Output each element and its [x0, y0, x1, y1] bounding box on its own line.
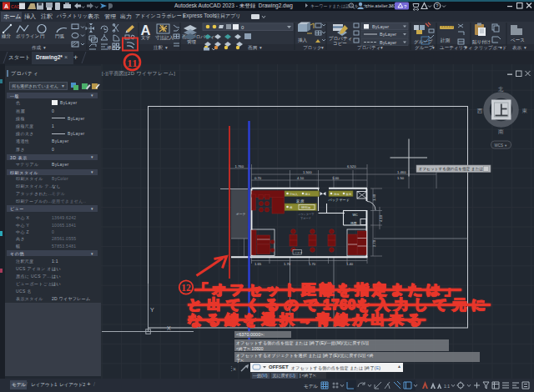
svg-text:Autodesk AutoCAD 2023 - 未登録 D: Autodesk AutoCAD 2023 - 未登録 Drawing2.dwg [174, 3, 293, 9]
svg-text:?: ? [436, 3, 439, 8]
svg-text:1.50: 1.50 [397, 176, 405, 180]
svg-text:作成: 作成 [32, 45, 42, 50]
svg-text:計測: 計測 [441, 38, 451, 43]
svg-text:▾: ▾ [465, 45, 467, 50]
svg-text:バックヤード: バックヤード [328, 198, 350, 202]
svg-text:北: 北 [498, 86, 504, 93]
svg-text:[-][平面図][2D ワイヤフレーム]: [-][平面図][2D ワイヤフレーム] [102, 70, 175, 77]
svg-text:モデル: モデル [304, 384, 318, 389]
svg-text:▾: ▾ [432, 45, 435, 50]
svg-text:洗面: 洗面 [350, 221, 357, 225]
svg-text:客席: 客席 [296, 199, 305, 204]
svg-text:1.40: 1.40 [372, 193, 376, 201]
svg-text:ByLayer: ByLayer [372, 24, 389, 29]
svg-text:0.70: 0.70 [254, 176, 262, 180]
svg-text:2.70: 2.70 [372, 239, 376, 247]
svg-text:A: A [4, 3, 8, 9]
svg-text:1.70: 1.70 [284, 262, 291, 266]
svg-text:▾: ▾ [321, 45, 324, 50]
svg-text:▾: ▾ [500, 45, 502, 50]
svg-text:コピー: コピー [333, 41, 347, 46]
svg-text:画層: 画層 [248, 45, 258, 50]
svg-text:西: 西 [476, 108, 483, 113]
svg-text:A: A [141, 23, 151, 38]
svg-text:ユーティリティ: ユーティリティ [440, 45, 472, 50]
svg-text:注釈: 注釈 [154, 45, 164, 50]
svg-text:ブロック: ブロック [303, 45, 322, 50]
svg-text:東: 東 [522, 108, 528, 113]
svg-text:1.760: 1.760 [235, 164, 244, 168]
svg-text:chie.atelier.2022: chie.atelier.2022 [365, 3, 399, 8]
svg-text:4.10: 4.10 [379, 214, 383, 222]
svg-text:円: 円 [40, 33, 45, 38]
svg-text:寸法記入: 寸法記入 [155, 35, 174, 41]
svg-text:1.70: 1.70 [309, 262, 316, 266]
svg-text:ByLayer: ByLayer [380, 40, 396, 45]
svg-text:6.520: 6.520 [347, 164, 356, 168]
svg-text:ポリライン: ポリライン [16, 33, 40, 38]
svg-text:1.460: 1.460 [397, 170, 406, 174]
svg-text:ポーチ: ポーチ [235, 213, 246, 216]
svg-text:1.65: 1.65 [254, 262, 262, 266]
svg-text:グループ: グループ [414, 39, 433, 44]
svg-text:▾: ▾ [259, 45, 262, 50]
svg-text:カウンター下: カウンター下 [298, 213, 315, 216]
svg-text:Y: Y [150, 307, 154, 313]
svg-text:棚: 棚 [290, 206, 292, 209]
svg-text:ByLayer: ByLayer [380, 32, 396, 37]
svg-text:グループ: グループ [415, 45, 434, 50]
svg-text:▾: ▾ [524, 45, 526, 50]
svg-text:下ボード: 下ボード [300, 217, 311, 220]
svg-text:×: × [233, 366, 236, 372]
svg-text:MENU械: MENU械 [301, 206, 310, 209]
svg-text:貼り付け: 貼り付け [472, 39, 491, 45]
svg-text:表示: 表示 [512, 45, 522, 50]
svg-text:1.40: 1.40 [346, 262, 354, 266]
svg-text:X: X [167, 325, 171, 331]
svg-text:1.500: 1.500 [303, 170, 312, 174]
svg-text:1.00: 1.00 [332, 176, 340, 180]
svg-text:▾: ▾ [43, 45, 46, 50]
svg-text:ソファ: ソファ [295, 251, 303, 254]
svg-text:WC: WC [353, 214, 359, 217]
svg-text:1:1: 1:1 [444, 384, 450, 389]
svg-text:WCS: WCS [495, 143, 504, 148]
svg-text:食洗: 食洗 [346, 193, 352, 196]
svg-text:小物入: 小物入 [290, 192, 298, 196]
svg-text:CAD: CAD [11, 4, 20, 9]
svg-text:挿入: 挿入 [298, 38, 308, 43]
svg-text:洗渳: 洗渳 [334, 193, 340, 196]
svg-text:4.10: 4.10 [297, 176, 305, 180]
svg-text:線分: 線分 [1, 33, 12, 38]
svg-text:管理: 管理 [187, 39, 197, 45]
svg-text:棚２: 棚２ [305, 193, 310, 196]
svg-text:円弧: 円弧 [55, 33, 65, 38]
svg-text:ベース: ベース [511, 38, 525, 43]
svg-text:南: 南 [498, 128, 504, 134]
svg-text:▾: ▾ [165, 45, 168, 50]
